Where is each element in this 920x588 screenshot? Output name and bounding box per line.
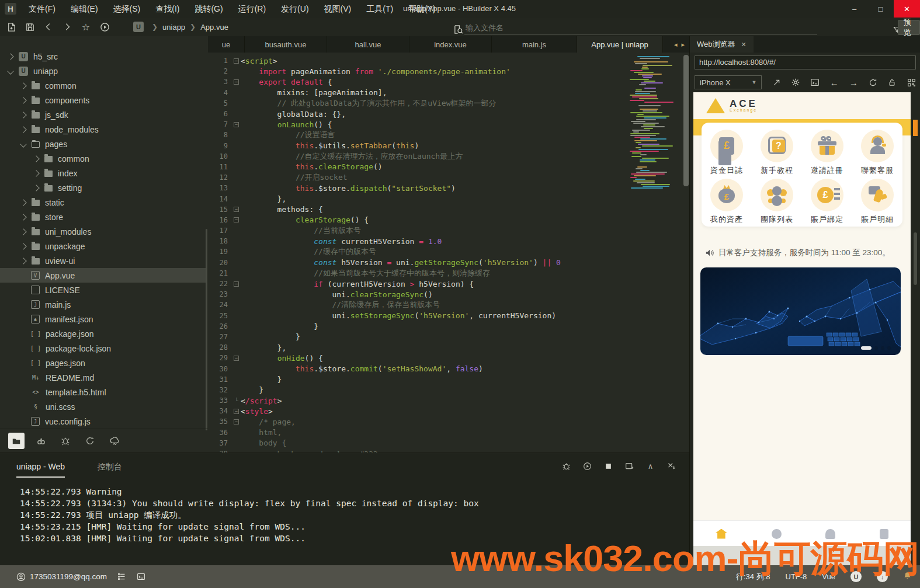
editor-tab-index.vue[interactable]: index.vue <box>409 36 492 53</box>
code-line[interactable]: 19 //缓存中的版本号 <box>208 246 689 257</box>
menu-item[interactable]: 文件(F) <box>21 4 63 13</box>
code-line[interactable]: 13 this.$store.dispatch("startSocket") <box>208 183 689 193</box>
code-line[interactable]: 30 this.$store.commit('setHasShowAd', fa… <box>208 363 689 374</box>
tree-item-uni.scss[interactable]: §uni.scss <box>0 399 206 414</box>
code-line[interactable]: 6 globalData: {}, <box>208 109 689 119</box>
browser-scroll-strip[interactable] <box>911 92 920 565</box>
carousel-indicators[interactable] <box>861 346 894 350</box>
tree-item-store[interactable]: store <box>0 210 206 224</box>
code-line[interactable]: 34−<style> <box>208 406 689 416</box>
explorer-tab-icon[interactable] <box>8 433 25 449</box>
code-line[interactable]: 24 //清除缓存后，保存当前版本号 <box>208 300 689 310</box>
tree-item-main.js[interactable]: Jmain.js <box>0 297 206 312</box>
chevron-right-icon[interactable] <box>33 170 39 176</box>
breadcrumb-file[interactable]: App.vue <box>200 23 228 32</box>
grid-item-團隊列表[interactable]: 團隊列表 <box>752 179 802 225</box>
code-line[interactable]: 28 }, <box>208 342 689 353</box>
refresh-icon[interactable] <box>868 77 877 88</box>
chevron-right-icon[interactable] <box>20 243 26 249</box>
fold-toggle-icon[interactable]: − <box>232 281 241 287</box>
tree-item-h5_src[interactable]: Uh5_src <box>0 49 206 64</box>
lock-icon[interactable] <box>887 77 897 88</box>
close-button[interactable]: ✕ <box>894 0 920 18</box>
code-line[interactable]: 31 } <box>208 374 689 385</box>
tree-item-static[interactable]: static <box>0 195 206 210</box>
tree-item-App.vue[interactable]: VApp.vue <box>0 268 206 283</box>
code-line[interactable]: 21 //如果当前版本号大于缓存中的版本号，则清除缓存 <box>208 268 689 279</box>
tree-item-common[interactable]: common <box>0 78 206 93</box>
tree-item-pages[interactable]: pages <box>0 137 206 151</box>
code-line[interactable]: 33└</script> <box>208 395 689 406</box>
carousel-dot-active[interactable] <box>861 346 872 350</box>
chevron-right-icon[interactable] <box>20 112 26 118</box>
chevron-right-icon[interactable] <box>20 228 26 235</box>
console-icon[interactable] <box>810 77 820 88</box>
code-line[interactable]: 7− onLaunch() { <box>208 119 689 130</box>
close-tab-icon[interactable]: ✕ <box>741 41 747 48</box>
editor-scrollbar[interactable] <box>683 55 689 186</box>
chevron-down-icon[interactable] <box>7 68 13 74</box>
search-input[interactable] <box>464 20 817 35</box>
carousel-banner[interactable] <box>700 267 901 355</box>
tree-item-index[interactable]: index <box>0 166 206 180</box>
fold-toggle-icon[interactable]: − <box>232 419 241 425</box>
code-line[interactable]: 37 body { <box>208 438 689 448</box>
editor-tab-hall.vue[interactable]: hall.vue <box>327 36 409 53</box>
console-tab-uniapp-web[interactable]: uniapp - Web <box>16 462 65 478</box>
code-line[interactable]: 35− /* page, <box>208 416 689 427</box>
fold-toggle-icon[interactable]: − <box>232 409 241 414</box>
tree-item-uview-ui[interactable]: uview-ui <box>0 253 206 268</box>
open-external-icon[interactable] <box>772 77 781 88</box>
settings-gear-icon[interactable] <box>791 77 800 88</box>
fold-toggle-icon[interactable]: − <box>232 58 241 64</box>
search-tab-icon[interactable] <box>33 433 49 449</box>
chevron-right-icon[interactable] <box>20 82 26 89</box>
browser-tab[interactable]: Web浏览器 ✕ <box>690 36 754 53</box>
new-console-icon[interactable] <box>624 461 634 471</box>
code-line[interactable]: 3− export default { <box>208 76 689 87</box>
editor-tab-main.js[interactable]: main.js <box>492 36 577 53</box>
chevron-right-icon[interactable] <box>20 214 26 220</box>
code-line[interactable]: 2 import pageAnimation from './component… <box>208 66 689 76</box>
tab-scroll-chevrons[interactable]: ◂ ▸ <box>671 36 689 53</box>
code-area[interactable]: 1−<script>2 import pageAnimation from '.… <box>208 53 689 453</box>
minimap[interactable] <box>627 56 681 189</box>
tree-item-unpackage[interactable]: unpackage <box>0 239 206 253</box>
chevron-down-icon[interactable] <box>20 141 26 147</box>
code-line[interactable]: 29− onHide() { <box>208 353 689 363</box>
chevron-right-icon[interactable] <box>33 155 39 162</box>
outline-list-icon[interactable] <box>117 572 126 581</box>
editor-tab-ue[interactable]: ue <box>208 36 245 53</box>
tree-item-uni_modules[interactable]: uni_modules <box>0 224 206 239</box>
carousel-dot[interactable] <box>881 346 884 350</box>
plugins-tab-icon[interactable] <box>106 433 123 449</box>
sidebar-scrollbar[interactable] <box>206 229 207 430</box>
sync-tab-icon[interactable] <box>82 433 98 449</box>
code-line[interactable]: 1−<script> <box>208 55 689 66</box>
grid-item-聯繫客服[interactable]: 聯繫客服 <box>852 130 902 176</box>
grid-item-新手教程[interactable]: ?新手教程 <box>752 130 802 176</box>
tree-item-README.md[interactable]: M↓README.md <box>0 370 206 385</box>
stop-icon[interactable] <box>603 461 613 471</box>
chevron-right-icon[interactable] <box>33 185 39 191</box>
chevron-right-icon[interactable] <box>20 199 26 206</box>
editor-tab-busauth.vue[interactable]: busauth.vue <box>245 36 327 53</box>
save-icon[interactable] <box>22 19 37 34</box>
preview-button[interactable]: 预览 <box>898 20 920 35</box>
code-line[interactable]: 32 } <box>208 385 689 395</box>
code-line[interactable]: 27 } <box>208 332 689 342</box>
code-line[interactable]: 26 } <box>208 321 689 332</box>
menu-item[interactable]: 查找(I) <box>148 4 187 13</box>
chevron-right-icon[interactable] <box>20 258 26 264</box>
tree-item-package.json[interactable]: [ ]package.json <box>0 326 206 341</box>
tree-item-template.h5.html[interactable]: <>template.h5.html <box>0 385 206 399</box>
menu-item[interactable]: 编辑(E) <box>63 4 106 13</box>
url-input[interactable]: http://localhost:8080/#/ <box>695 55 916 69</box>
scroll-thumb[interactable] <box>914 232 917 285</box>
new-file-icon[interactable] <box>4 19 19 34</box>
debug-tab-icon[interactable] <box>57 433 74 449</box>
tree-item-pages.json[interactable]: [ ]pages.json <box>0 356 206 370</box>
code-line[interactable]: 9 this.$utils.setTabbar(this) <box>208 141 689 151</box>
grid-item-賬戶明細[interactable]: 賬戶明細 <box>852 179 902 225</box>
code-line[interactable]: 11 this.clearStorage() <box>208 162 689 172</box>
